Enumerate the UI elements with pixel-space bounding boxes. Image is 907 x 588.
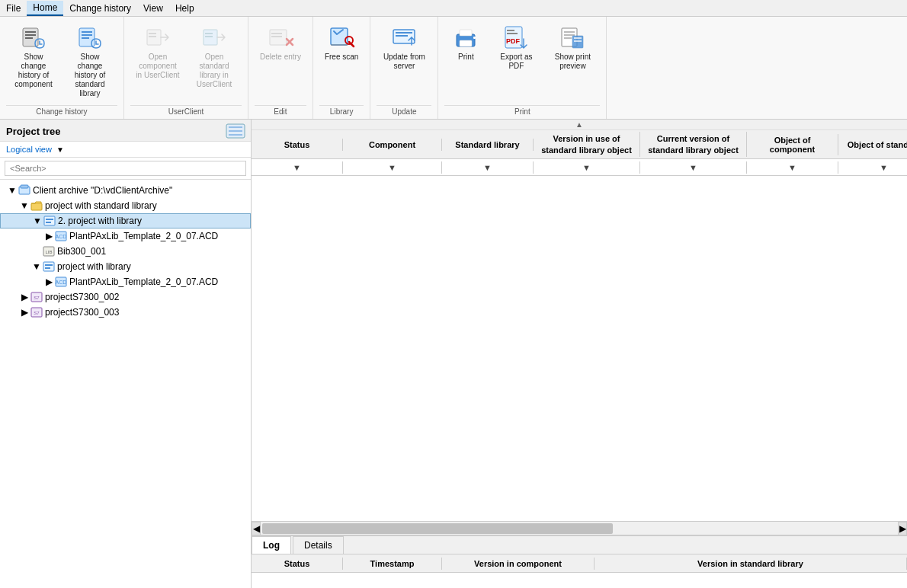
right-panel: ▲ Status Component Standard library Vers… xyxy=(252,120,907,588)
svg-rect-50 xyxy=(46,222,51,223)
svg-rect-7 xyxy=(82,37,89,39)
svg-rect-29 xyxy=(473,37,476,39)
svg-rect-1 xyxy=(25,31,36,33)
logical-view-dropdown-icon[interactable]: ▼ xyxy=(56,145,64,154)
hscroll-right-btn[interactable]: ▶ xyxy=(898,522,907,535)
svg-rect-31 xyxy=(507,30,514,31)
delete-entry-icon xyxy=(267,24,294,51)
expander-plantpax-2[interactable]: ▶ xyxy=(43,276,55,287)
expander-s7300-003[interactable]: ▶ xyxy=(18,307,30,318)
open-component-userclient-button[interactable]: Open component in UserClient xyxy=(130,20,185,84)
tree-item-plantpax-1[interactable]: ▶ ACD PlantPAxLib_Template_2_0_07.ACD xyxy=(0,228,251,244)
bottom-ver-component-label: Version in component xyxy=(474,559,562,568)
update-server-label: Update from server xyxy=(382,53,426,71)
col-status-label: Status xyxy=(284,140,310,149)
free-scan-button[interactable]: Free scan xyxy=(319,20,364,66)
bib300-icon: LIB xyxy=(43,245,55,257)
col-header-objstd: Object of standa... xyxy=(838,139,907,151)
menu-home[interactable]: Home xyxy=(27,1,63,16)
open-stdlib-userclient-button[interactable]: Open standard library in UserClient xyxy=(187,20,242,93)
s7300-003-icon: S7 xyxy=(30,306,43,318)
filter-verinuse-icon[interactable]: ▼ xyxy=(582,163,591,172)
bottom-tabs: Log Details xyxy=(252,536,907,554)
open-component-userclient-label: Open component in UserClient xyxy=(136,53,180,80)
update-server-button[interactable]: Update from server xyxy=(377,20,431,75)
svg-rect-9 xyxy=(149,33,156,34)
tree-item-plantpax-2[interactable]: ▶ ACD PlantPAxLib_Template_2_0_07.ACD xyxy=(0,274,251,289)
tree-item-project-with-stdlib[interactable]: ▼ project with standard library xyxy=(0,198,251,213)
tree-item-2-project-with-library[interactable]: ▼ 2. project with library xyxy=(0,213,251,228)
show-history-stdlib-button[interactable]: Show change history of standard library xyxy=(62,20,117,102)
svg-rect-15 xyxy=(271,33,282,34)
svg-rect-2 xyxy=(25,34,36,36)
col-header-curver: Current version of standard library obje… xyxy=(640,132,747,157)
svg-rect-47 xyxy=(31,203,42,210)
svg-rect-48 xyxy=(44,216,55,225)
show-print-preview-button[interactable]: Show print preview xyxy=(545,20,600,75)
svg-text:S7: S7 xyxy=(34,311,40,315)
menu-help[interactable]: Help xyxy=(169,2,200,15)
filter-objstd-icon[interactable]: ▼ xyxy=(880,163,888,172)
svg-text:S7: S7 xyxy=(34,296,40,300)
menu-view[interactable]: View xyxy=(137,2,169,15)
collapse-indicator[interactable]: ▲ xyxy=(252,120,907,130)
svg-text:ACD: ACD xyxy=(56,280,67,285)
export-pdf-button[interactable]: PDF Export as PDF xyxy=(489,20,543,75)
svg-rect-35 xyxy=(564,31,575,33)
ribbon-group-library: Free scan Library xyxy=(313,17,370,119)
filter-curver: ▼ xyxy=(640,161,747,174)
export-pdf-icon: PDF xyxy=(502,24,530,51)
tree-item-projects7300-002[interactable]: ▶ S7 projectS7300_002 xyxy=(0,289,251,305)
delete-entry-button[interactable]: Delete entry xyxy=(255,20,306,66)
s7300-002-icon: S7 xyxy=(30,291,43,303)
project-library-label: project with library xyxy=(57,261,131,272)
bottom-col-timestamp: Timestamp xyxy=(343,558,442,570)
filter-stdlib-icon[interactable]: ▼ xyxy=(483,163,492,172)
show-history-component-button[interactable]: Show change history of component xyxy=(6,20,61,93)
expander-project-stdlib[interactable]: ▼ xyxy=(18,200,30,211)
svg-text:LIB: LIB xyxy=(45,250,52,254)
bottom-col-ver-stdlib: Version in standard library xyxy=(595,558,907,570)
filter-component-icon[interactable]: ▼ xyxy=(388,163,396,172)
expander-client-archive[interactable]: ▼ xyxy=(6,185,18,196)
folder-icon-stdlib xyxy=(30,200,43,212)
expander-project-library[interactable]: ▼ xyxy=(30,261,43,272)
col-verinuse-label: Version in use of standard library objec… xyxy=(541,133,632,155)
tab-log[interactable]: Log xyxy=(252,536,291,554)
col-header-row: Status Component Standard library Versio… xyxy=(252,130,907,159)
free-scan-label: Free scan xyxy=(325,53,358,62)
hscroll-thumb[interactable] xyxy=(262,523,613,534)
tree-item-projects7300-003[interactable]: ▶ S7 projectS7300_003 xyxy=(0,305,251,320)
filter-status-icon[interactable]: ▼ xyxy=(293,163,301,172)
bottom-panel: Log Details Status Timestamp Version in … xyxy=(252,535,907,588)
update-server-icon xyxy=(390,24,418,51)
tree-item-project-with-library[interactable]: ▼ project with library xyxy=(0,259,251,274)
bottom-data-area xyxy=(252,573,907,588)
menu-file[interactable]: File xyxy=(0,2,27,15)
ribbon-group-label-print: Print xyxy=(444,105,600,119)
tab-details[interactable]: Details xyxy=(293,536,344,554)
tree-item-bib300[interactable]: ▶ LIB Bib300_001 xyxy=(0,244,251,259)
logical-view-label: Logical view xyxy=(6,145,52,154)
view-selector[interactable] xyxy=(226,124,245,138)
expander-2-project[interactable]: ▼ xyxy=(31,216,43,226)
left-panel: Project tree Logical view ▼ ▼ xyxy=(0,120,252,588)
project-stdlib-label: project with standard library xyxy=(45,200,157,211)
search-input[interactable] xyxy=(5,161,246,176)
show-history-component-label: Show change history of component xyxy=(11,53,56,89)
ribbon-group-label-change-history: Change history xyxy=(6,105,117,119)
project-icon-2 xyxy=(43,215,56,227)
expander-plantpax-1[interactable]: ▶ xyxy=(43,231,55,241)
menu-change-history[interactable]: Change history xyxy=(63,2,137,15)
expander-s7300-002[interactable]: ▶ xyxy=(18,292,30,302)
filter-curver-icon[interactable]: ▼ xyxy=(689,163,697,172)
hscroll-bar[interactable]: ◀ ▶ xyxy=(252,521,907,535)
open-stdlib-userclient-label: Open standard library in UserClient xyxy=(192,53,236,89)
tree-item-client-archive[interactable]: ▼ Client archive "D:\vdClientArchive" xyxy=(0,183,251,198)
svg-rect-24 xyxy=(396,35,408,37)
filter-objcomp-icon[interactable]: ▼ xyxy=(788,163,796,172)
svg-rect-57 xyxy=(45,267,50,269)
print-button[interactable]: Print xyxy=(444,20,487,66)
hscroll-left-btn[interactable]: ◀ xyxy=(252,522,261,535)
client-archive-icon xyxy=(18,184,30,197)
